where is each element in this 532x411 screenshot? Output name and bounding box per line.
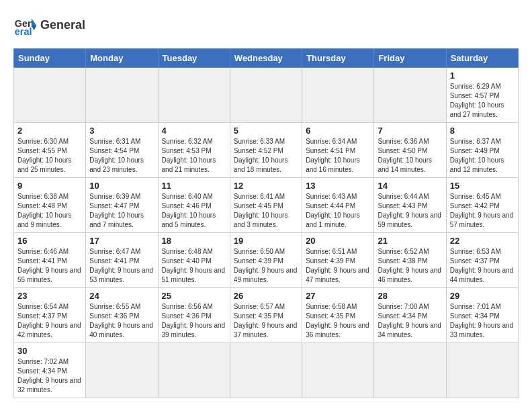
day-info: Sunrise: 6:40 AM Sunset: 4:46 PM Dayligh…: [162, 192, 226, 230]
calendar-cell: [158, 343, 230, 398]
day-number: 13: [306, 181, 370, 191]
calendar-week-row: 2Sunrise: 6:30 AM Sunset: 4:55 PM Daylig…: [14, 123, 519, 178]
day-info: Sunrise: 6:46 AM Sunset: 4:41 PM Dayligh…: [17, 247, 82, 285]
day-number: 14: [378, 181, 442, 191]
day-info: Sunrise: 6:50 AM Sunset: 4:39 PM Dayligh…: [234, 247, 298, 285]
calendar-cell: [158, 68, 230, 123]
calendar-cell: 27Sunrise: 6:58 AM Sunset: 4:35 PM Dayli…: [302, 288, 374, 343]
day-number: 5: [234, 126, 298, 136]
calendar-cell: 17Sunrise: 6:47 AM Sunset: 4:41 PM Dayli…: [86, 233, 158, 288]
day-number: 25: [162, 291, 226, 301]
day-info: Sunrise: 6:53 AM Sunset: 4:37 PM Dayligh…: [450, 247, 515, 285]
day-info: Sunrise: 6:29 AM Sunset: 4:57 PM Dayligh…: [450, 82, 515, 120]
day-info: Sunrise: 6:31 AM Sunset: 4:54 PM Dayligh…: [89, 137, 154, 175]
calendar-cell: 28Sunrise: 7:00 AM Sunset: 4:34 PM Dayli…: [374, 288, 446, 343]
day-info: Sunrise: 6:51 AM Sunset: 4:39 PM Dayligh…: [306, 247, 370, 285]
day-number: 29: [450, 291, 515, 301]
calendar-cell: [14, 68, 86, 123]
day-info: Sunrise: 6:58 AM Sunset: 4:35 PM Dayligh…: [306, 302, 370, 340]
day-info: Sunrise: 6:43 AM Sunset: 4:44 PM Dayligh…: [306, 192, 370, 230]
day-info: Sunrise: 7:02 AM Sunset: 4:34 PM Dayligh…: [17, 357, 82, 395]
weekday-header-thursday: Thursday: [302, 49, 374, 68]
calendar-cell: [230, 343, 302, 398]
day-number: 21: [378, 236, 442, 246]
calendar-cell: 11Sunrise: 6:40 AM Sunset: 4:46 PM Dayli…: [158, 178, 230, 233]
svg-text:eral: eral: [15, 26, 32, 37]
day-info: Sunrise: 7:00 AM Sunset: 4:34 PM Dayligh…: [378, 302, 442, 340]
day-info: Sunrise: 6:32 AM Sunset: 4:53 PM Dayligh…: [162, 137, 226, 175]
calendar-cell: [446, 343, 518, 398]
day-info: Sunrise: 6:45 AM Sunset: 4:42 PM Dayligh…: [450, 192, 515, 230]
day-info: Sunrise: 6:52 AM Sunset: 4:38 PM Dayligh…: [378, 247, 442, 285]
calendar-cell: 22Sunrise: 6:53 AM Sunset: 4:37 PM Dayli…: [446, 233, 518, 288]
day-info: Sunrise: 6:36 AM Sunset: 4:50 PM Dayligh…: [378, 137, 442, 175]
day-info: Sunrise: 6:34 AM Sunset: 4:51 PM Dayligh…: [306, 137, 370, 175]
day-info: Sunrise: 6:33 AM Sunset: 4:52 PM Dayligh…: [234, 137, 298, 175]
day-info: Sunrise: 6:48 AM Sunset: 4:40 PM Dayligh…: [162, 247, 226, 285]
day-number: 20: [306, 236, 370, 246]
calendar-cell: 21Sunrise: 6:52 AM Sunset: 4:38 PM Dayli…: [374, 233, 446, 288]
calendar-cell: 9Sunrise: 6:38 AM Sunset: 4:48 PM Daylig…: [14, 178, 86, 233]
calendar-cell: 25Sunrise: 6:56 AM Sunset: 4:36 PM Dayli…: [158, 288, 230, 343]
weekday-header-wednesday: Wednesday: [230, 49, 302, 68]
calendar-table: SundayMondayTuesdayWednesdayThursdayFrid…: [13, 48, 519, 398]
calendar-cell: [230, 68, 302, 123]
day-number: 19: [234, 236, 298, 246]
calendar-cell: 6Sunrise: 6:34 AM Sunset: 4:51 PM Daylig…: [302, 123, 374, 178]
calendar-cell: 13Sunrise: 6:43 AM Sunset: 4:44 PM Dayli…: [302, 178, 374, 233]
day-info: Sunrise: 6:37 AM Sunset: 4:49 PM Dayligh…: [450, 137, 515, 175]
calendar-week-row: 16Sunrise: 6:46 AM Sunset: 4:41 PM Dayli…: [14, 233, 519, 288]
day-number: 30: [17, 346, 82, 356]
header: Gen eral General: [13, 13, 519, 38]
day-number: 12: [234, 181, 298, 191]
day-number: 3: [89, 126, 154, 136]
day-number: 16: [17, 236, 82, 246]
day-number: 22: [450, 236, 515, 246]
day-number: 8: [450, 126, 515, 136]
logo-icon: Gen eral: [13, 13, 38, 38]
day-info: Sunrise: 6:56 AM Sunset: 4:36 PM Dayligh…: [162, 302, 226, 340]
day-info: Sunrise: 6:47 AM Sunset: 4:41 PM Dayligh…: [89, 247, 154, 285]
day-number: 17: [89, 236, 154, 246]
weekday-header-tuesday: Tuesday: [158, 49, 230, 68]
calendar-week-row: 9Sunrise: 6:38 AM Sunset: 4:48 PM Daylig…: [14, 178, 519, 233]
day-number: 26: [234, 291, 298, 301]
day-number: 18: [162, 236, 226, 246]
day-number: 10: [89, 181, 154, 191]
day-info: Sunrise: 6:57 AM Sunset: 4:35 PM Dayligh…: [234, 302, 298, 340]
calendar-cell: 29Sunrise: 7:01 AM Sunset: 4:34 PM Dayli…: [446, 288, 518, 343]
day-number: 27: [306, 291, 370, 301]
calendar-cell: 4Sunrise: 6:32 AM Sunset: 4:53 PM Daylig…: [158, 123, 230, 178]
calendar-cell: 15Sunrise: 6:45 AM Sunset: 4:42 PM Dayli…: [446, 178, 518, 233]
day-info: Sunrise: 6:38 AM Sunset: 4:48 PM Dayligh…: [17, 192, 82, 230]
calendar-cell: 18Sunrise: 6:48 AM Sunset: 4:40 PM Dayli…: [158, 233, 230, 288]
calendar-cell: 2Sunrise: 6:30 AM Sunset: 4:55 PM Daylig…: [14, 123, 86, 178]
day-number: 6: [306, 126, 370, 136]
calendar-week-row: 30Sunrise: 7:02 AM Sunset: 4:34 PM Dayli…: [14, 343, 519, 398]
calendar-cell: [86, 343, 158, 398]
calendar-cell: [374, 343, 446, 398]
calendar-cell: 7Sunrise: 6:36 AM Sunset: 4:50 PM Daylig…: [374, 123, 446, 178]
calendar-cell: [86, 68, 158, 123]
day-number: 2: [17, 126, 82, 136]
day-number: 1: [450, 71, 515, 81]
day-number: 28: [378, 291, 442, 301]
day-info: Sunrise: 6:54 AM Sunset: 4:37 PM Dayligh…: [17, 302, 82, 340]
logo: Gen eral General: [13, 13, 85, 38]
calendar-cell: 3Sunrise: 6:31 AM Sunset: 4:54 PM Daylig…: [86, 123, 158, 178]
day-info: Sunrise: 6:44 AM Sunset: 4:43 PM Dayligh…: [378, 192, 442, 230]
calendar-week-row: 1Sunrise: 6:29 AM Sunset: 4:57 PM Daylig…: [14, 68, 519, 123]
day-info: Sunrise: 6:30 AM Sunset: 4:55 PM Dayligh…: [17, 137, 82, 175]
weekday-header-friday: Friday: [374, 49, 446, 68]
calendar-cell: 5Sunrise: 6:33 AM Sunset: 4:52 PM Daylig…: [230, 123, 302, 178]
day-number: 15: [450, 181, 515, 191]
calendar-cell: 19Sunrise: 6:50 AM Sunset: 4:39 PM Dayli…: [230, 233, 302, 288]
calendar-cell: 12Sunrise: 6:41 AM Sunset: 4:45 PM Dayli…: [230, 178, 302, 233]
day-info: Sunrise: 7:01 AM Sunset: 4:34 PM Dayligh…: [450, 302, 515, 340]
day-number: 9: [17, 181, 82, 191]
calendar-cell: [374, 68, 446, 123]
calendar-cell: 26Sunrise: 6:57 AM Sunset: 4:35 PM Dayli…: [230, 288, 302, 343]
calendar-cell: 14Sunrise: 6:44 AM Sunset: 4:43 PM Dayli…: [374, 178, 446, 233]
calendar-cell: 1Sunrise: 6:29 AM Sunset: 4:57 PM Daylig…: [446, 68, 518, 123]
calendar-cell: 20Sunrise: 6:51 AM Sunset: 4:39 PM Dayli…: [302, 233, 374, 288]
